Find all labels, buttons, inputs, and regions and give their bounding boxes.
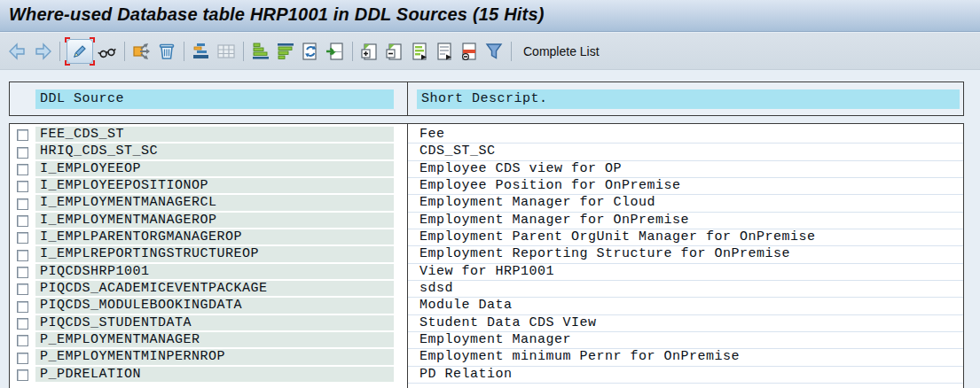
ddl-source-cell[interactable]: I_EMPLOYEEPOSITIONOP xyxy=(35,178,394,195)
complete-list-button[interactable]: Complete List xyxy=(516,43,607,60)
description-cell[interactable]: Employee Position for OnPremise xyxy=(407,178,963,195)
ddl-source-cell[interactable]: P_PDRELATION xyxy=(35,367,394,384)
ddl-source-cell[interactable]: PIQCDS_STUDENTDATA xyxy=(35,315,394,332)
ddl-source-cell[interactable]: I_EMPLREPORTINGSTRUCTUREOP xyxy=(35,246,394,263)
row-checkbox[interactable] xyxy=(17,181,28,192)
hide-lines-icon[interactable] xyxy=(458,40,481,63)
ddl-source-cell[interactable]: HRIQ_CDS_ST_SC xyxy=(35,144,394,160)
row-checkbox[interactable] xyxy=(17,232,28,244)
back-icon[interactable] xyxy=(6,40,29,63)
ddl-source-cell[interactable]: PIQCDSHRP1001 xyxy=(35,264,394,281)
checkbox-cell xyxy=(10,298,35,314)
row-checkbox[interactable] xyxy=(17,369,28,381)
toolbar-separator xyxy=(243,42,244,61)
ddl-source-cell[interactable]: I_EMPLOYMENTMANAGERCL xyxy=(35,195,394,212)
table-row[interactable]: P_EMPLOYMENTMINPERNROP Employment minimu… xyxy=(10,349,963,366)
description-cell[interactable]: Employment Manager xyxy=(407,332,963,349)
table-row[interactable]: PIQCDS_MODULEBOOKINGDATA Module Data xyxy=(10,298,963,314)
row-checkbox[interactable] xyxy=(17,250,28,261)
checkbox-cell xyxy=(10,178,35,195)
description-cell[interactable]: Employment Manager for Cloud xyxy=(407,195,963,212)
table-row[interactable]: PIQCDS_ACADEMICEVENTPACKAGE sdsd xyxy=(10,281,963,298)
sort-descending-icon[interactable] xyxy=(274,40,297,63)
cell-gap xyxy=(394,298,407,314)
ddl-source-cell[interactable]: I_EMPLOYMENTMANAGEROP xyxy=(35,213,394,229)
sort-ascending-icon[interactable] xyxy=(249,40,272,63)
table-row[interactable]: P_EMPLOYMENTMANAGER Employment Manager xyxy=(10,332,963,349)
ddl-source-cell[interactable]: P_EMPLOYMENTMANAGER xyxy=(35,332,394,349)
description-cell[interactable]: CDS_ST_SC xyxy=(407,144,963,160)
description-cell[interactable]: Employment Parent OrgUnit Manager for On… xyxy=(407,229,963,246)
cell-gap xyxy=(394,264,407,281)
checkbox-cell xyxy=(10,315,35,332)
table-row[interactable]: PIQCDS_STUDENTDATA Student Data CDS VIew xyxy=(10,315,963,332)
row-checkbox[interactable] xyxy=(17,318,28,330)
table-row[interactable]: FEE_CDS_ST Fee xyxy=(10,127,963,144)
checkbox-cell xyxy=(10,281,35,298)
description-cell[interactable]: Employee CDS view for OP xyxy=(407,161,963,178)
refresh-icon[interactable] xyxy=(299,40,322,63)
cell-gap xyxy=(394,367,407,384)
table-row[interactable]: I_EMPLOYMENTMANAGERCL Employment Manager… xyxy=(10,195,963,212)
list-body: FEE_CDS_ST Fee HRIQ_CDS_ST_SC CDS_ST_SC … xyxy=(9,123,964,388)
cell-gap xyxy=(394,281,407,298)
page-title: Where-used Database table HRP1001 in DDL… xyxy=(0,0,980,25)
ddl-source-cell[interactable]: PIQCDS_ACADEMICEVENTPACKAGE xyxy=(35,281,394,298)
description-cell[interactable]: sdsd xyxy=(407,281,963,298)
toolbar-separator xyxy=(59,42,60,61)
table-row[interactable]: HRIQ_CDS_ST_SC CDS_ST_SC xyxy=(10,144,963,160)
row-checkbox[interactable] xyxy=(17,147,28,159)
row-checkbox[interactable] xyxy=(17,198,28,210)
ddl-source-cell[interactable]: P_EMPLOYMENTMINPERNROP xyxy=(35,349,394,366)
table-row[interactable]: I_EMPLOYEEPOSITIONOP Employee Position f… xyxy=(10,178,963,195)
row-checkbox[interactable] xyxy=(17,267,28,278)
detail-list-icon[interactable] xyxy=(408,40,431,63)
description-cell[interactable]: PD Relation xyxy=(407,367,963,384)
row-checkbox[interactable] xyxy=(17,353,28,364)
stacked-bars-icon[interactable] xyxy=(190,40,213,63)
table-row[interactable]: I_EMPLOYMENTMANAGEROP Employment Manager… xyxy=(10,213,963,229)
table-row[interactable]: I_EMPLOYEEOP Employee CDS view for OP xyxy=(10,161,963,178)
row-checkbox[interactable] xyxy=(17,215,28,227)
description-cell[interactable]: Employment minimum Pernr for OnPremise xyxy=(407,349,963,366)
choose-page-icon[interactable] xyxy=(324,40,347,63)
ddl-source-cell[interactable]: I_EMPLPARENTORGMANAGEROP xyxy=(35,229,394,246)
table-row[interactable]: PIQCDSHRP1001 View for HRP1001 xyxy=(10,264,963,281)
overview-list-icon[interactable] xyxy=(433,40,456,63)
selection-corner xyxy=(65,60,70,66)
display-glasses-icon[interactable] xyxy=(96,40,119,63)
window-title-bar: Where-used Database table HRP1001 in DDL… xyxy=(0,0,980,32)
ddl-source-cell[interactable]: I_EMPLOYEEOP xyxy=(35,161,394,178)
description-cell[interactable]: Employment Reporting Structure for OnPre… xyxy=(407,246,963,263)
cell-gap xyxy=(394,195,407,212)
table-row[interactable]: I_EMPLPARENTORGMANAGEROP Employment Pare… xyxy=(10,229,963,246)
table-row[interactable]: P_PDRELATION PD Relation xyxy=(10,367,963,384)
ddl-source-cell[interactable]: FEE_CDS_ST xyxy=(35,127,394,144)
column-header-short-descript[interactable]: Short Descript. xyxy=(417,89,960,109)
row-checkbox[interactable] xyxy=(17,164,28,175)
row-checkbox[interactable] xyxy=(17,335,28,346)
delete-trash-icon[interactable] xyxy=(155,40,178,63)
row-checkbox[interactable] xyxy=(17,129,28,141)
cell-gap xyxy=(394,213,407,229)
column-header-ddl-source[interactable]: DDL Source xyxy=(35,89,394,109)
description-cell[interactable]: Module Data xyxy=(407,298,963,314)
checkbox-cell xyxy=(10,246,35,263)
checkbox-cell xyxy=(10,213,35,229)
description-cell[interactable]: Fee xyxy=(407,127,963,144)
row-checkbox[interactable] xyxy=(17,283,28,295)
expand-icon[interactable] xyxy=(358,40,381,63)
collapse-icon[interactable] xyxy=(383,40,406,63)
filter-icon[interactable] xyxy=(482,40,506,63)
where-used-icon[interactable] xyxy=(130,40,153,63)
selection-corner xyxy=(90,37,95,43)
checkbox-cell xyxy=(10,161,35,178)
row-checkbox[interactable] xyxy=(17,301,28,313)
description-cell[interactable]: Student Data CDS VIew xyxy=(407,315,963,332)
description-cell[interactable]: Employment Manager for OnPremise xyxy=(407,213,963,229)
forward-icon[interactable] xyxy=(31,40,54,63)
ddl-source-cell[interactable]: PIQCDS_MODULEBOOKINGDATA xyxy=(35,298,394,314)
edit-pencil-icon[interactable] xyxy=(67,39,93,64)
description-cell[interactable]: View for HRP1001 xyxy=(407,264,963,281)
table-row[interactable]: I_EMPLREPORTINGSTRUCTUREOP Employment Re… xyxy=(10,246,963,263)
